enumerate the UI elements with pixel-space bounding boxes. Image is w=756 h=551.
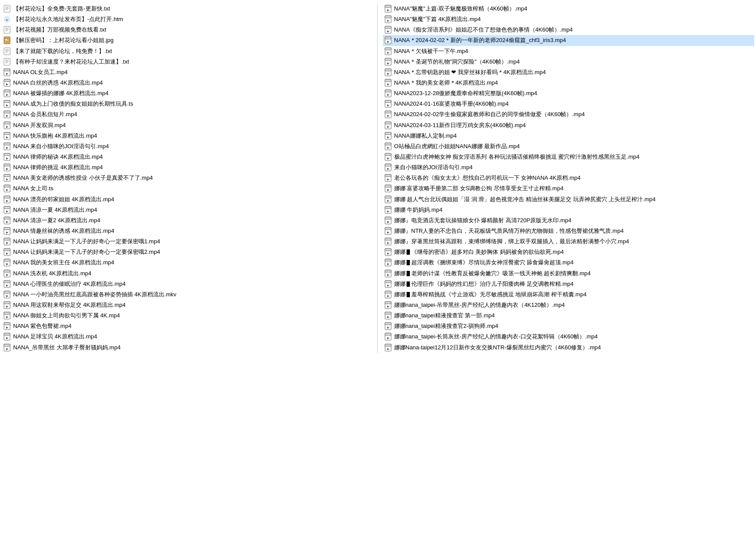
video-icon	[3, 238, 11, 245]
list-item[interactable]: NANA＊欠钱被干一下午.mp4	[383, 46, 755, 57]
svg-rect-100	[4, 344, 10, 346]
video-icon	[384, 280, 392, 288]
video-icon	[384, 164, 392, 171]
list-item[interactable]: 来自小猫咪的JOI淫语勾引.mp4	[383, 162, 755, 173]
list-item[interactable]: NANA 女上司.ts	[2, 183, 374, 194]
video-icon	[384, 26, 392, 34]
list-item[interactable]: NANA 律师的挑逗 4K原档流出.mp4	[2, 162, 374, 173]
list-item[interactable]: NANA 被爆插的娜娜 4K原档流出.mp4	[2, 88, 374, 99]
svg-rect-82	[4, 281, 10, 283]
video-icon	[3, 312, 11, 320]
svg-rect-61	[4, 206, 10, 209]
list-item[interactable]: 娜娜Nana-taipei12月12日新作女友交换NTR-爆裂黑丝红内蜜穴（4K…	[383, 342, 755, 353]
list-item[interactable]: NANA 开发双洞.mp4	[2, 120, 374, 131]
list-item[interactable]: NANA 清凉一夏2 4K原档流出.mp4	[2, 215, 374, 226]
svg-rect-139	[385, 132, 391, 135]
list-item[interactable]: 【有种子却没速度？来村花论坛人工加速】.txt	[2, 57, 374, 67]
list-item[interactable]: NANA 清凉一夏 4K原档流出.mp4	[2, 205, 374, 215]
svg-rect-67	[4, 228, 10, 230]
svg-rect-124	[385, 79, 391, 82]
list-item[interactable]: NANA 律师的秘诀 4K原档流出.mp4	[2, 152, 374, 162]
list-item[interactable]: NANA 洗衣机 4K原档流出.mp4	[2, 268, 374, 279]
list-item[interactable]: 娜娜 牛奶妈妈.mp4	[383, 205, 755, 215]
list-item[interactable]: NANA OL女员工.mp4	[2, 67, 374, 78]
list-item[interactable]: NANA 会员私信短片.mp4	[2, 109, 374, 120]
file-browser: 【村花论坛】全免费-无套路-更新快.txt e 【村花论坛永久地址发布页】-点此…	[0, 0, 756, 356]
svg-rect-178	[385, 270, 391, 272]
list-item[interactable]: e 【村花论坛永久地址发布页】-点此打开.htm	[2, 14, 374, 25]
list-item[interactable]: NANA娜娜私人定制.mp4	[383, 131, 755, 141]
list-item[interactable]: NANA 御姐女上司肉欲勾引男下属 4K.mp4	[2, 310, 374, 321]
list-item[interactable]: 【村花视频】万部视频免费在线看.txt	[2, 25, 374, 35]
video-icon	[3, 110, 11, 118]
list-item[interactable]: 娜娜▋老师的计谋《性教育反被爆肏嫩穴》吸茎一线天神鲍 超长剧情爽翻.mp4	[383, 268, 755, 279]
video-icon	[3, 227, 11, 235]
list-item[interactable]: 娜娜nana_taipei精液搜查官2-驯狗师.mp4	[383, 321, 755, 331]
list-item[interactable]: NANA＊2024-02-02＊新的一年新的老师2024偷窥篇_chf3_iri…	[383, 35, 755, 46]
video-icon	[384, 110, 392, 118]
list-item[interactable]: 娜娜nana_taipei-吊带黑丝-房产经纪人的情趣内衣（4K120帧）.mp…	[383, 300, 755, 310]
file-name: 娜娜 牛奶妈妈.mp4	[394, 206, 443, 214]
svg-rect-169	[385, 238, 391, 240]
list-item[interactable]: NANA 一小时油亮黑丝红底高跟被各种姿势抽插 4K原档流出.mkv	[2, 289, 374, 300]
file-name: NANA 清凉一夏2 4K原档流出.mp4	[13, 216, 100, 225]
list-item[interactable]: 【解压密码】：上村花论坛看小姐姐.jpg	[2, 35, 374, 46]
file-name: NANA2024-03-11新作日理万鸡女房东(4K60帧).mp4	[394, 121, 526, 130]
list-item[interactable]: NANA 紫色包臀裙.mp4	[2, 321, 374, 331]
video-icon	[384, 185, 392, 192]
list-item[interactable]: NANA 用这双鞋来帮你足交 4K原档流出.mp4	[2, 300, 374, 310]
video-icon	[3, 259, 11, 267]
list-item[interactable]: NANA 让妈妈来满足一下儿子的好奇心一定要保密哦1.mp4	[2, 236, 374, 247]
list-item[interactable]: NANA＊圣诞节的礼物"洞穴探险"（4K60帧）.mp4	[383, 57, 755, 67]
list-item[interactable]: NANA 成为上门收债的痴女姐姐的长期性玩具.ts	[2, 99, 374, 109]
list-item[interactable]: NANA 漂亮的邻家姐姐 4K原档流出.mp4	[2, 194, 374, 205]
list-item[interactable]: 老公各玩各的《痴女太太》想找自己的司机玩一下 女神NANA 4K原档.mp4	[383, 173, 755, 183]
list-item[interactable]: 娜娜▋超淫调教《捆绑束缚》尽情玩弄女神淫臀蜜穴 舔食爆肏超顶.mp4	[383, 257, 755, 268]
list-item[interactable]: NANA2023-12-28傲娇魔鹿奉命榨精完整版(4K60帧).mp4	[383, 88, 755, 99]
list-item[interactable]: NANA 心理医生的催眠治疗 4K原档流出.mp4	[2, 279, 374, 289]
svg-rect-58	[4, 196, 10, 198]
list-item[interactable]: NANA"魅魔"下篇 4K原档流出.mp4	[383, 14, 755, 25]
list-item[interactable]: 娜娜 超人气台北玩偶姐姐「湿 润 滑」超色视觉冲击 精油丝袜美腿足交 玩弄神尻蜜…	[383, 194, 755, 205]
list-item[interactable]: NANA"魅魔"上篇-双子魅魔极致榨精（4K60帧）.mp4	[383, 4, 755, 14]
list-item[interactable]: 【村花论坛】全免费-无套路-更新快.txt	[2, 4, 374, 14]
list-item[interactable]: NANA 美女老师的诱感性授业 小伙子是真爱不了了.mp4	[2, 173, 374, 183]
video-icon	[384, 100, 392, 108]
list-item[interactable]: 娜娜nana_taipei-长筒灰丝-房产经纪人的情趣内衣-口交花絮特辑（4K6…	[383, 331, 755, 342]
list-item[interactable]: NANA＊忘带钥匙的姐 ❤ 我穿丝袜好看吗＊4K原档流出.mp4	[383, 67, 755, 78]
list-item[interactable]: NANA_吊带黑丝 大屌孝子臀射骚妈妈.mp4	[2, 342, 374, 353]
list-item[interactable]: 娜娜nana_taipei精液搜查官 第一部.mp4	[383, 310, 755, 321]
list-item[interactable]: NANA2024-02-02学生偷窥家庭教师和自己的同学偷情做爱（4K60帧）.…	[383, 109, 755, 120]
list-item[interactable]: NANA 我的美女班主任 4K原档流出.mp4	[2, 257, 374, 268]
file-name: 娜娜▋超淫调教《捆绑束缚》尽情玩弄女神淫臀蜜穴 舔食爆肏超顶.mp4	[394, 258, 574, 267]
video-icon	[384, 36, 392, 44]
list-item[interactable]: 娜娜』电竞酒店无套玩操猫娘女仆 爆精颜射 高清720P原版无水印.mp4	[383, 215, 755, 226]
video-icon	[384, 217, 392, 224]
list-item[interactable]: NANA2024-03-11新作日理万鸡女房东(4K60帧).mp4	[383, 120, 755, 131]
video-icon	[3, 333, 11, 341]
list-item[interactable]: 娜娜 富婆攻略手册第二部 女S调教公狗 尽情享受女王寸止榨精.mp4	[383, 183, 755, 194]
left-column: 【村花论坛】全免费-无套路-更新快.txt e 【村花论坛永久地址发布页】-点此…	[2, 4, 378, 353]
list-item[interactable]: O站極品白虎網紅小姐姐NANA娜娜 最新作品.mp4	[383, 141, 755, 152]
video-icon	[384, 291, 392, 299]
list-item[interactable]: 娜娜▋羞辱榨精挑战《寸止游戏》无尽敏感挑逗 地狱崩坏高潮 榨干精囊.mp4	[383, 289, 755, 300]
list-item[interactable]: NANA《痴女淫语系列》姐姐忍不住了想做色色的事情（4K60帧）.mp4	[383, 25, 755, 35]
list-item[interactable]: 娜娜』穿著黑丝筒袜高跟鞋，束缚绑缚络脚，绑上双手双腿插入，最后浓精射满整个小穴.…	[383, 236, 755, 247]
list-item[interactable]: NANA2024-01-16富婆攻略手册(4K60帧).mp4	[383, 99, 755, 109]
file-name: NANA2023-12-28傲娇魔鹿奉命榨精完整版(4K60帧).mp4	[394, 89, 538, 98]
video-icon	[3, 322, 11, 330]
svg-rect-199	[385, 344, 391, 346]
video-icon	[384, 270, 392, 277]
list-item[interactable]: 娜娜▋《继母的密语》超多对白 美妙胸体 妈妈被肏的欲仙欲死.mp4	[383, 247, 755, 257]
list-item[interactable]: 极品蜜汁白虎神鲍女神 痴女淫语系列 各种玩法骚话催精终极挑逗 蜜穴榨汁激射性感黑…	[383, 152, 755, 162]
list-item[interactable]: 娜娜▋伦理巨作《妈妈的性幻想》治疗儿子阳痿肉棒 足交调教榨精.mp4	[383, 279, 755, 289]
list-item[interactable]: NANA＊我的美女老师＊4K原档流出.mp4	[383, 78, 755, 88]
list-item[interactable]: NANA 快乐旗袍 4K原档流出.mp4	[2, 131, 374, 141]
list-item[interactable]: NANA 来自小猫咪的JOI淫语勾引.mp4	[2, 141, 374, 152]
list-item[interactable]: NANA 白丝的诱惑 4K原档流出.mp4	[2, 78, 374, 88]
list-item[interactable]: 【来了就能下载的论坛，纯免费！】.txt	[2, 46, 374, 57]
list-item[interactable]: NANA 情趣丝袜的诱感 4K原档流出.mp4	[2, 226, 374, 236]
list-item[interactable]: NANA 足球宝贝 4K原档流出.mp4	[2, 331, 374, 342]
list-item[interactable]: NANA 让妈妈来满足一下儿子的好奇心一定要保密哦2.mp4	[2, 247, 374, 257]
list-item[interactable]: 娜娜』NTR人妻的不忠告白，天花板级气质风情万种的尤物御姐，性感包臀裙优雅气质.…	[383, 226, 755, 236]
